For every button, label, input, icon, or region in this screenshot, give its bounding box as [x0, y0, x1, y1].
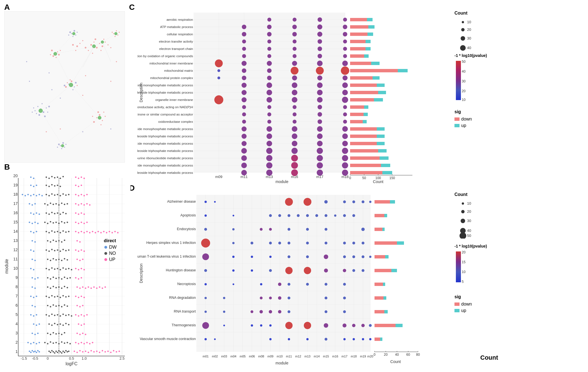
svg-point-627	[217, 69, 220, 72]
svg-text:logFC: logFC	[66, 361, 78, 366]
svg-point-454	[30, 212, 32, 214]
svg-point-84	[110, 128, 111, 130]
svg-text:energy derivation by oxidation: energy derivation by oxidation of organi…	[137, 54, 193, 58]
svg-point-211	[119, 351, 120, 352]
svg-point-332	[53, 277, 54, 278]
svg-point-386	[78, 251, 79, 252]
svg-point-316	[67, 287, 68, 288]
svg-point-650	[242, 97, 247, 102]
svg-point-381	[65, 250, 67, 251]
svg-point-348	[54, 269, 56, 270]
svg-text:17: 17	[13, 201, 18, 206]
svg-rect-732	[364, 113, 368, 116]
svg-rect-774	[196, 195, 370, 352]
svg-point-436	[67, 222, 68, 223]
svg-text:5: 5	[462, 280, 464, 284]
svg-text:-0.5: -0.5	[32, 356, 38, 361]
svg-point-913	[343, 297, 346, 299]
svg-point-366	[61, 260, 63, 261]
svg-point-660	[242, 112, 246, 116]
svg-point-502	[46, 185, 47, 186]
svg-point-505	[54, 185, 56, 187]
svg-point-419	[95, 232, 96, 234]
svg-text:12: 12	[13, 248, 18, 252]
svg-text:13: 13	[13, 238, 18, 243]
svg-text:11: 11	[13, 257, 18, 261]
svg-text:m20: m20	[367, 355, 373, 358]
svg-point-684	[342, 141, 348, 146]
svg-point-323	[88, 286, 89, 288]
svg-point-293	[46, 296, 47, 297]
svg-point-46	[60, 50, 61, 51]
svg-point-217	[58, 343, 60, 345]
svg-point-765	[460, 45, 466, 51]
svg-point-223	[30, 343, 32, 345]
svg-point-631	[316, 67, 324, 75]
svg-point-243	[37, 333, 39, 334]
svg-point-478	[86, 203, 88, 205]
svg-rect-949	[375, 228, 382, 231]
svg-point-882	[306, 255, 309, 258]
svg-point-54	[97, 111, 99, 113]
svg-point-1	[90, 44, 92, 46]
svg-point-308	[84, 297, 85, 298]
svg-point-923	[202, 322, 209, 329]
svg-point-6	[102, 45, 103, 47]
svg-point-681	[267, 141, 272, 146]
svg-text:module: module	[275, 361, 288, 365]
svg-point-322	[85, 288, 86, 289]
svg-rect-746	[381, 164, 390, 167]
svg-point-845	[369, 201, 371, 203]
svg-rect-743	[350, 156, 380, 160]
svg-text:60: 60	[406, 353, 410, 357]
svg-point-932	[352, 324, 355, 327]
svg-point-927	[269, 324, 272, 327]
panel-c-label: C	[129, 3, 135, 12]
svg-point-595	[343, 18, 347, 22]
svg-point-214	[50, 341, 51, 343]
svg-point-247	[85, 334, 86, 335]
svg-point-180	[60, 351, 61, 353]
svg-point-287	[67, 306, 68, 307]
svg-point-853	[315, 214, 318, 217]
panel-c-sig-up: up	[454, 123, 472, 128]
svg-point-423	[106, 232, 107, 234]
svg-point-481	[49, 195, 50, 197]
svg-point-480	[46, 194, 47, 195]
svg-point-449	[54, 213, 56, 214]
svg-point-228	[78, 343, 79, 345]
svg-point-394	[61, 241, 63, 243]
svg-text:module: module	[275, 179, 288, 184]
svg-point-868	[251, 242, 253, 244]
svg-point-99	[69, 31, 71, 33]
svg-point-926	[260, 324, 262, 327]
svg-point-207	[107, 351, 109, 352]
svg-text:aerobic respiration: aerobic respiration	[166, 18, 193, 21]
svg-point-185	[67, 351, 68, 353]
svg-point-468	[61, 203, 63, 204]
svg-point-385	[75, 249, 77, 251]
svg-point-175	[53, 351, 54, 353]
svg-point-609	[318, 39, 322, 44]
svg-rect-720	[398, 69, 408, 72]
svg-point-384	[33, 251, 35, 252]
svg-text:40: 40	[467, 228, 471, 233]
panel-c-sig-up-color	[454, 124, 460, 127]
svg-point-390	[50, 241, 51, 243]
svg-rect-744	[380, 156, 389, 160]
svg-point-415	[84, 232, 85, 234]
svg-point-190	[33, 351, 35, 353]
svg-point-33	[44, 115, 46, 117]
svg-point-36	[48, 106, 50, 107]
svg-point-651	[267, 97, 272, 103]
svg-rect-719	[350, 69, 398, 72]
svg-point-918	[269, 310, 272, 313]
svg-text:Count: Count	[373, 179, 383, 184]
svg-point-594	[318, 17, 322, 22]
svg-point-330	[47, 277, 49, 279]
panel-c-count-legend: Count 10 20 30 40	[454, 11, 477, 53]
svg-point-336	[64, 277, 65, 278]
svg-rect-740	[377, 142, 385, 145]
svg-point-251	[57, 324, 58, 325]
svg-rect-951	[375, 241, 397, 245]
